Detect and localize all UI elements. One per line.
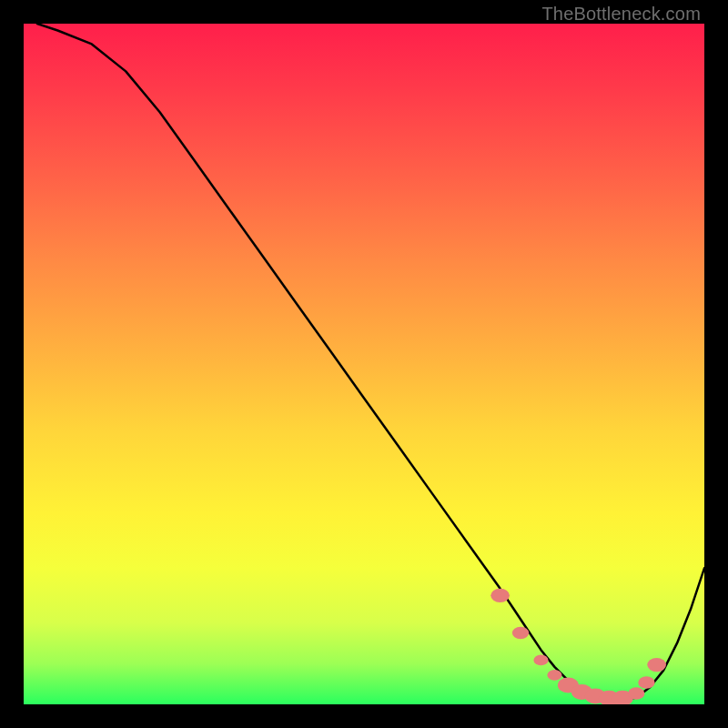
plot-area <box>24 24 704 704</box>
svg-point-10 <box>638 676 654 689</box>
watermark-text: TheBottleneck.com <box>541 4 701 25</box>
chart-svg <box>24 24 704 704</box>
svg-point-2 <box>533 654 548 665</box>
svg-point-3 <box>547 670 561 681</box>
svg-point-0 <box>490 589 510 602</box>
chart-frame: TheBottleneck.com <box>0 0 728 728</box>
curve-line <box>37 24 704 701</box>
svg-point-9 <box>628 687 644 700</box>
svg-point-11 <box>647 658 666 672</box>
svg-point-1 <box>512 627 529 640</box>
marker-dots <box>490 589 666 704</box>
